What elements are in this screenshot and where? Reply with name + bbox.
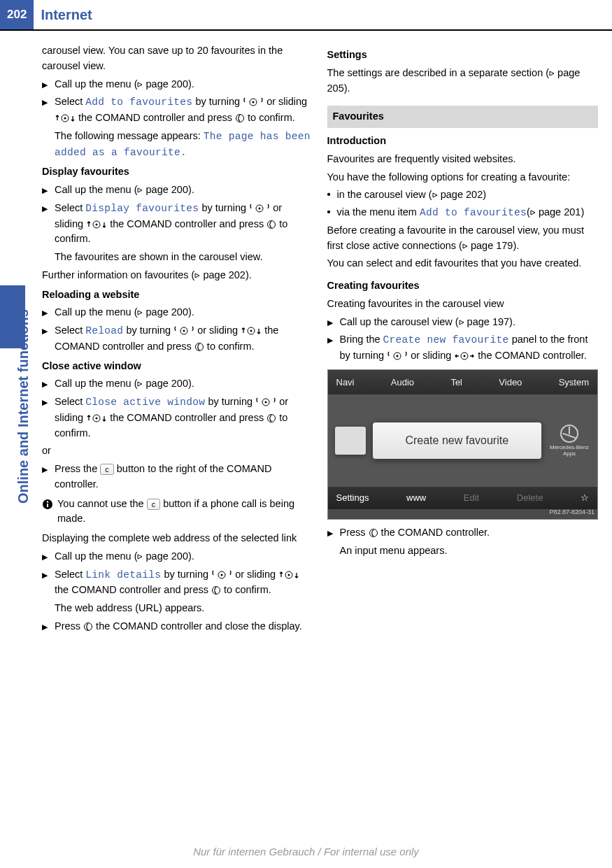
step-add-favourites: ▶ Select Add to favourites by turning or… [42, 94, 313, 126]
right-column: Settings The settings are described in a… [327, 43, 599, 637]
bullet-menu-item: • via the menu item Add to favourites( p… [327, 205, 599, 221]
footer-internal-use: Nur für internen Gebrauch / For internal… [0, 844, 612, 860]
menu-video: Video [499, 376, 522, 390]
create-subtitle: Creating favourites in the carousel view [327, 297, 599, 312]
screenshot-caption: P82.87-8204-31 [549, 508, 595, 518]
step-callup-menu: ▶ Call up the menu ( page 200). [42, 305, 313, 320]
step-result: An input menu appears. [340, 543, 599, 559]
settings-text: The settings are described in a separate… [327, 66, 599, 97]
ui-add-to-favourites: Add to favourites [420, 207, 527, 218]
turn-icon [255, 397, 276, 407]
menu-www: www [406, 491, 426, 505]
page-ref-icon [432, 192, 438, 198]
step-create-favourite: ▶ Bring the Create new favourite panel t… [327, 332, 599, 364]
ui-add-to-favourites: Add to favourites [85, 97, 192, 108]
heading-settings: Settings [327, 48, 599, 63]
step-result: The following message appears: The page … [55, 129, 313, 161]
info-note: You cannot use the c button if a phone c… [42, 497, 313, 527]
turn-icon [387, 351, 408, 361]
step-callup-menu: ▶ Call up the menu ( page 200). [42, 77, 313, 92]
slide-vertical-icon [86, 220, 107, 229]
mercedes-star-icon [560, 425, 578, 443]
sidebar-title: Online and Internet functions [13, 309, 34, 504]
carousel-card-left [335, 427, 366, 455]
step-link-details: ▶ Select Link details by turning or slid… [42, 567, 313, 599]
press-icon [194, 342, 204, 352]
intro-text: Before creating a favourite in the carou… [327, 223, 599, 254]
press-icon [266, 413, 276, 423]
screenshot-top-menu: Navi Audio Tel Video System [328, 370, 598, 395]
menu-tel: Tel [450, 376, 462, 390]
menu-audio: Audio [391, 376, 414, 390]
press-icon [83, 622, 93, 632]
step-press-close: ▶ Press the COMAND controller and close … [42, 619, 313, 634]
heading-creating-favourites: Creating favourites [327, 278, 599, 294]
or-text: or [42, 443, 313, 459]
step-result: The favourites are shown in the carousel… [55, 250, 313, 265]
page-ref-icon [137, 554, 143, 560]
page-ref-icon [137, 187, 143, 193]
ui-link-details: Link details [85, 569, 161, 581]
heading-reload: Reloading a website [42, 287, 313, 303]
slide-horizontal-icon [454, 351, 475, 361]
page-header: 202 Internet [0, 0, 612, 31]
ui-reload: Reload [85, 325, 123, 336]
step-callup-menu: ▶ Call up the menu ( page 200). [42, 183, 313, 198]
press-icon [266, 220, 276, 229]
comand-screenshot: Navi Audio Tel Video System Create new f… [327, 369, 599, 520]
press-icon [211, 585, 221, 595]
turn-icon [243, 97, 264, 107]
turn-icon [249, 204, 270, 213]
page-ref-icon [549, 71, 555, 76]
step-callup-carousel: ▶ Call up the carousel view ( page 197). [327, 315, 599, 330]
step-reload: ▶ Select Reload by turning or sliding th… [42, 323, 313, 355]
menu-settings: Settings [336, 491, 369, 505]
left-column: carousel view. You can save up to 20 fav… [42, 43, 313, 637]
turn-icon [211, 570, 232, 580]
page-ref-icon [194, 273, 200, 278]
page-ref-icon [459, 320, 464, 325]
ui-create-new-favourite: Create new favourite [383, 334, 509, 346]
menu-system: System [559, 376, 589, 390]
turn-icon [173, 326, 194, 336]
intro-text: You have the following options for creat… [327, 170, 599, 185]
step-press-c: ▶ Press the c button to the right of the… [42, 462, 313, 492]
page-number: 202 [0, 0, 34, 29]
press-icon [235, 113, 245, 123]
carousel-center-card: Create new favourite [373, 422, 542, 459]
page-ref-icon [137, 381, 143, 387]
step-result: The web address (URL) appears. [55, 601, 313, 616]
mb-apps-logo: Mercedes-Benz Apps [548, 425, 590, 457]
page-ref-icon [137, 310, 143, 315]
heading-close-window: Close active window [42, 359, 313, 374]
page-title: Internet [34, 0, 99, 29]
slide-vertical-icon [86, 413, 107, 423]
bullet-carousel: • in the carousel view ( page 202) [327, 187, 599, 203]
page-ref-icon [137, 82, 143, 87]
heading-display-favourites: Display favourites [42, 164, 313, 180]
slide-vertical-icon [55, 113, 76, 123]
page-ref-icon [462, 243, 468, 249]
intro-text: Favourites are frequently visited websit… [327, 152, 599, 167]
intro-text: You can select and edit favourites that … [327, 256, 599, 271]
display-address-intro: Displaying the complete web address of t… [42, 531, 313, 546]
ui-display-favourites: Display favourites [85, 203, 199, 214]
menu-fav-icon: ☆ [581, 491, 589, 505]
c-button-key: c [100, 464, 114, 475]
c-button-key: c [147, 499, 161, 510]
press-icon [369, 528, 378, 538]
step-display-favourites: ▶ Select Display favourites by turning o… [42, 201, 313, 247]
step-close-window: ▶ Select Close active window by turning … [42, 394, 313, 441]
screenshot-bottom-menu: Settings www Edit Delete ☆ [328, 487, 598, 509]
menu-edit: Edit [464, 491, 479, 505]
further-info: Further information on favourites ( page… [42, 268, 313, 283]
page-ref-icon [530, 210, 536, 215]
slide-vertical-icon [278, 570, 299, 580]
step-callup-menu: ▶ Call up the menu ( page 200). [42, 376, 313, 392]
ui-close-active-window: Close active window [85, 397, 205, 408]
heading-introduction: Introduction [327, 134, 599, 149]
menu-navi: Navi [336, 376, 355, 390]
intro-text: carousel view. You can save up to 20 fav… [42, 43, 313, 74]
menu-delete: Delete [517, 491, 543, 505]
step-press-controller: ▶ Press the COMAND controller. [327, 525, 599, 541]
